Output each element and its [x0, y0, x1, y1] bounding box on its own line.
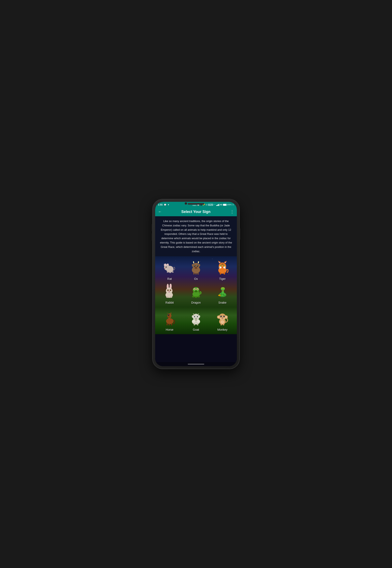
home-bar — [188, 364, 204, 365]
svg-point-88 — [224, 288, 224, 288]
svg-line-39 — [219, 267, 220, 267]
app-bar-title: Select Your Sign — [164, 210, 228, 214]
svg-point-86 — [222, 288, 223, 288]
svg-point-98 — [168, 317, 169, 317]
monkey-icon — [215, 311, 230, 327]
svg-point-35 — [224, 265, 224, 267]
svg-point-7 — [166, 267, 166, 267]
whatsapp-icon: 💬 — [164, 204, 166, 206]
svg-point-73 — [196, 291, 197, 291]
description-text: Like so many ancient traditions, the ori… — [158, 219, 234, 254]
zodiac-item-goat[interactable]: Goat — [183, 309, 209, 332]
signal-bar-2 — [217, 205, 218, 206]
status-left: 1:55 💬 ✦ — [158, 203, 169, 206]
svg-point-10 — [169, 272, 171, 273]
rat-svg — [162, 260, 177, 274]
svg-point-38 — [222, 267, 223, 268]
svg-point-56 — [170, 290, 170, 290]
svg-point-75 — [195, 296, 197, 298]
svg-point-133 — [222, 318, 223, 318]
home-indicator — [155, 362, 237, 366]
zodiac-item-ox[interactable]: Ox — [183, 258, 209, 281]
zodiac-item-rat[interactable]: Rat — [157, 258, 182, 281]
svg-point-74 — [192, 296, 195, 298]
svg-point-76 — [197, 296, 200, 298]
zodiac-item-snake[interactable]: Snake — [210, 282, 235, 305]
zodiac-grid-night: Rat — [155, 256, 237, 307]
zodiac-grid-grass: Horse — [155, 307, 237, 334]
overflow-menu-button[interactable]: ⋮ — [230, 209, 234, 214]
power-button[interactable] — [239, 228, 240, 239]
back-button[interactable]: ← — [158, 210, 162, 214]
goat-icon — [189, 311, 203, 327]
svg-rect-25 — [197, 273, 199, 274]
zodiac-item-horse[interactable]: Horse — [157, 309, 182, 332]
svg-point-93 — [167, 313, 171, 318]
rat-label: Rat — [167, 277, 172, 281]
tiger-label: Tiger — [219, 277, 225, 281]
dragon-label: Dragon — [191, 301, 201, 304]
svg-point-5 — [167, 264, 168, 265]
main-content: Like so many ancient traditions, the ori… — [155, 216, 237, 362]
green-field-section: Horse — [155, 307, 237, 334]
svg-rect-119 — [197, 324, 198, 325]
tiger-icon — [215, 260, 230, 276]
zodiac-item-tiger[interactable]: Tiger — [210, 258, 235, 281]
svg-line-41 — [225, 267, 226, 267]
svg-rect-136 — [223, 324, 224, 325]
volte-badge: VoLTE — [208, 204, 213, 206]
status-time: 1:55 — [158, 203, 163, 206]
svg-point-80 — [220, 294, 222, 295]
svg-point-124 — [218, 316, 220, 318]
svg-point-105 — [192, 320, 195, 323]
ox-svg — [189, 260, 203, 274]
svg-rect-44 — [224, 272, 225, 274]
svg-point-72 — [195, 291, 196, 291]
dragon-svg — [189, 284, 203, 298]
zodiac-item-dragon[interactable]: Dragon — [183, 282, 209, 305]
horse-svg — [162, 311, 177, 325]
rabbit-label: Rabbit — [166, 301, 174, 304]
svg-point-11 — [172, 271, 174, 273]
svg-point-18 — [194, 265, 195, 266]
battery-percent: 89% — [228, 204, 232, 206]
phone-speaker — [188, 203, 204, 205]
svg-point-33 — [221, 265, 222, 267]
svg-point-129 — [221, 316, 221, 317]
svg-point-37 — [223, 267, 226, 269]
svg-rect-24 — [195, 273, 197, 274]
svg-rect-135 — [221, 324, 222, 325]
zodiac-item-monkey[interactable]: Monkey — [210, 309, 235, 332]
svg-point-121 — [221, 320, 224, 324]
ox-label: Ox — [194, 277, 198, 281]
svg-point-50 — [166, 287, 172, 294]
svg-marker-103 — [167, 312, 168, 314]
svg-rect-43 — [220, 272, 221, 274]
svg-point-112 — [194, 316, 195, 317]
signal-bar-1 — [216, 205, 217, 206]
volume-up-button[interactable] — [152, 224, 153, 231]
rat-icon — [162, 260, 177, 276]
zodiac-item-rabbit[interactable]: Rabbit — [157, 282, 182, 305]
svg-rect-100 — [168, 324, 170, 325]
svg-point-58 — [166, 296, 168, 298]
svg-point-106 — [197, 320, 200, 323]
svg-rect-99 — [167, 323, 168, 325]
svg-point-9 — [167, 271, 169, 273]
phone-camera — [185, 202, 187, 205]
svg-point-70 — [197, 289, 198, 290]
vibrate-icon: 〰 — [214, 204, 216, 206]
snake-icon — [215, 284, 230, 300]
svg-point-19 — [197, 265, 198, 266]
svg-point-21 — [195, 268, 196, 268]
bluetooth-icon: ✦ — [168, 204, 169, 206]
battery-indicator — [223, 204, 227, 206]
phone-screen: 1:55 💬 ✦ 0.52 KB/S ⏰ 📱 🔑 ◎ VoLTE 〰 — [155, 202, 237, 366]
svg-point-108 — [195, 319, 197, 321]
svg-point-90 — [218, 295, 220, 296]
svg-rect-118 — [194, 324, 195, 325]
volume-down-button[interactable] — [152, 233, 153, 241]
svg-point-96 — [168, 314, 168, 315]
app-bar: ← Select Your Sign ⋮ — [155, 207, 237, 216]
svg-point-81 — [223, 295, 224, 295]
